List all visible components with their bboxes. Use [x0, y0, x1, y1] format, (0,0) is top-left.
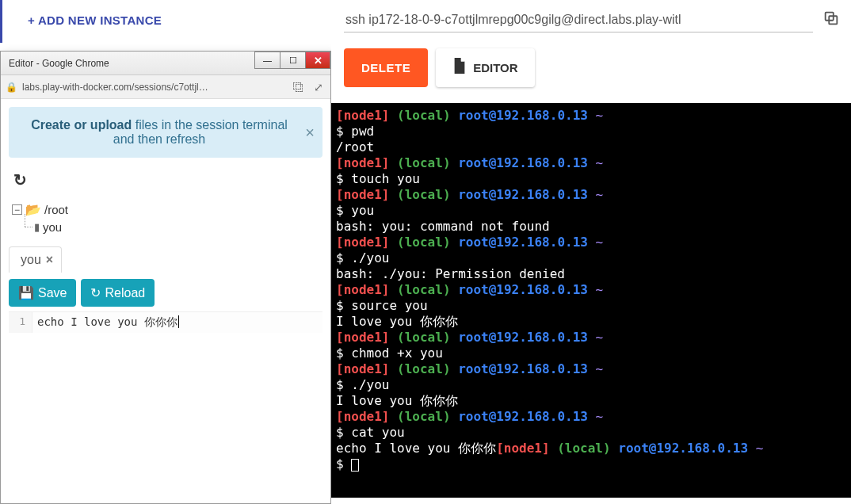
file-icon: ▮: [34, 221, 40, 233]
code-line[interactable]: echo I love you 你你你: [32, 312, 184, 333]
maximize-button[interactable]: ☐: [280, 52, 305, 69]
delete-button[interactable]: DELETE: [344, 48, 428, 87]
tab-close-icon[interactable]: ×: [46, 253, 53, 267]
close-window-button[interactable]: ✕: [305, 52, 330, 69]
tree-file-row[interactable]: ▮ you: [34, 219, 322, 235]
reload-icon: ↻: [90, 285, 101, 300]
terminal[interactable]: [node1] (local) root@192.168.0.13 ~ $ pw…: [331, 103, 851, 498]
tree-file-label: you: [43, 220, 62, 234]
save-label: Save: [38, 286, 67, 300]
window-title: Editor - Google Chrome: [9, 58, 109, 69]
info-banner: Create or upload files in the session te…: [9, 107, 322, 158]
folder-icon: 📂: [25, 202, 41, 217]
text-cursor: [178, 315, 179, 328]
ssh-row: [331, 0, 851, 37]
refresh-icon[interactable]: ↻: [13, 170, 27, 189]
save-icon: 💾: [18, 285, 34, 300]
banner-rest: files in the session terminal and then r…: [113, 118, 288, 146]
lock-icon: 🔒: [6, 82, 17, 93]
editor-button-label: EDITOR: [473, 61, 517, 74]
editor-tab[interactable]: you ×: [9, 246, 62, 273]
tab-label: you: [21, 253, 41, 267]
editor-body: Create or upload files in the session te…: [1, 99, 330, 503]
editor-popup-window: Editor - Google Chrome — ☐ ✕ 🔒 labs.play…: [0, 51, 331, 504]
window-controls: — ☐ ✕: [254, 52, 330, 69]
popout-icon[interactable]: ⤢: [311, 81, 326, 94]
document-icon: [452, 58, 467, 78]
copy-icon[interactable]: [822, 10, 840, 32]
tab-bar: you ×: [9, 246, 322, 273]
url-text[interactable]: labs.play-with-docker.com/sessions/c7ott…: [22, 82, 286, 93]
tree-root-row[interactable]: − 📂 /root: [12, 200, 322, 219]
address-bar: 🔒 labs.play-with-docker.com/sessions/c7o…: [1, 75, 330, 99]
tree-root-label: /root: [44, 203, 68, 216]
translate-icon[interactable]: ⿻: [291, 81, 307, 94]
save-button[interactable]: 💾 Save: [9, 279, 76, 307]
code-editor[interactable]: 1 echo I love you 你你你: [9, 311, 322, 333]
main-panel: DELETE EDITOR [node1] (local) root@192.1…: [331, 0, 851, 504]
tree-collapse-icon[interactable]: −: [12, 204, 22, 215]
reload-label: Reload: [105, 286, 145, 300]
ssh-input[interactable]: [344, 8, 813, 32]
banner-bold: Create or upload: [31, 118, 132, 132]
window-titlebar[interactable]: Editor - Google Chrome — ☐ ✕: [1, 52, 330, 75]
editor-button[interactable]: EDITOR: [436, 48, 534, 87]
action-row: DELETE EDITOR: [331, 37, 851, 103]
editor-actions: 💾 Save ↻ Reload: [9, 279, 322, 307]
banner-close-icon[interactable]: ×: [305, 124, 315, 142]
reload-button[interactable]: ↻ Reload: [81, 279, 155, 307]
code-text: echo I love you 你你你: [37, 315, 177, 328]
line-gutter: 1: [9, 312, 32, 333]
minimize-button[interactable]: —: [254, 52, 280, 69]
file-tree: − 📂 /root ▮ you: [12, 200, 322, 235]
add-instance-button[interactable]: + ADD NEW INSTANCE: [0, 0, 185, 40]
